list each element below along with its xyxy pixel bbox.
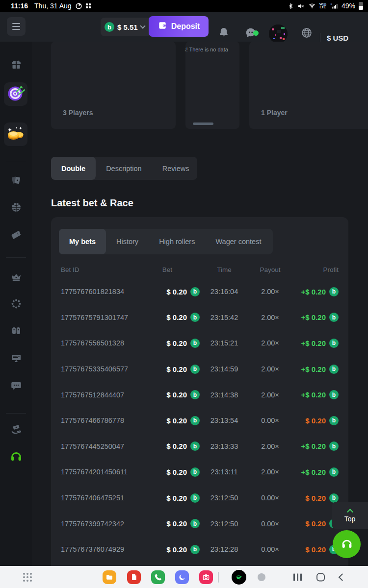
bet-time: 23:16:04 [200, 288, 249, 295]
table-row[interactable]: 17757675335406577 $ 0.20b 23:14:59 2.00×… [61, 356, 339, 382]
lottery-ticket-icon[interactable] [0, 228, 32, 240]
tab-reviews[interactable]: Reviews [152, 157, 200, 180]
bell-icon[interactable] [218, 26, 230, 40]
table-row[interactable]: 1775767512844407 $ 0.20b 23:14:38 2.00× … [61, 382, 339, 408]
menu-button[interactable] [7, 17, 26, 36]
gallery-app-icon[interactable] [199, 570, 213, 584]
recents-icon[interactable] [293, 573, 302, 581]
currency-selector[interactable]: $ USD [327, 34, 348, 42]
table-row[interactable]: 1775767376074929 $ 0.20b 23:12:28 0.00× … [61, 537, 339, 563]
col-payout: Payout [249, 266, 291, 273]
coin-icon: b [190, 519, 200, 528]
bet-amount: $ 0.20b [142, 493, 200, 503]
bet-id: 1775767466786778 [61, 416, 138, 424]
section-title: Latest bet & Race [51, 197, 133, 209]
deposit-button[interactable]: Deposit [149, 16, 209, 37]
players-count: 1 Player [261, 109, 288, 117]
support-fab[interactable] [333, 530, 361, 558]
table-row[interactable]: 1775767406475251 $ 0.20b 23:12:50 0.00× … [61, 485, 339, 511]
top-nav: b $ 5.51 Deposit $ USD [0, 12, 368, 42]
table-row[interactable]: 17757674201450611 $ 0.20b 23:13:11 2.00×… [61, 459, 339, 485]
bet-id: 17757675335406577 [61, 365, 138, 373]
bonus-ring-icon[interactable] [0, 298, 32, 310]
tab-high-rollers[interactable]: High rollers [149, 229, 205, 254]
notification-dots-icon [86, 3, 91, 8]
bet-id: 1775767406475251 [61, 494, 138, 502]
bet-id: 1775767556501328 [61, 339, 138, 347]
android-status-bar: 11:16 Thu, 31 Aug Vo)))LTE R 49% [0, 0, 368, 12]
globe-icon[interactable] [300, 26, 313, 41]
sidebar-item-double-game[interactable] [4, 82, 27, 106]
bet-time: 23:14:38 [200, 391, 249, 399]
bet-id: 1775767376074929 [61, 545, 138, 553]
bet-payout: 0.00× [249, 545, 291, 553]
gift-icon[interactable] [0, 58, 32, 70]
bet-amount: $ 0.20b [142, 519, 200, 528]
support-headphones-icon[interactable] [0, 450, 32, 463]
bet-amount: $ 0.20b [142, 287, 200, 296]
recent-app-icon[interactable] [258, 573, 265, 581]
scrollbar-thumb[interactable] [193, 122, 213, 125]
table-row[interactable]: 1775767466786778 $ 0.20b 23:13:54 0.00× … [61, 408, 339, 434]
casino-cards-icon[interactable] [0, 174, 32, 186]
bet-amount: $ 0.20b [142, 441, 200, 451]
desktop-monitor-icon[interactable] [0, 352, 32, 364]
balance-selector[interactable]: b $ 5.51 [101, 18, 151, 36]
bet-profit: $ 0.20b [291, 493, 339, 503]
sidebar-item-coins[interactable] [4, 122, 27, 146]
bet-profit: +$ 0.20b [291, 441, 339, 451]
bet-time: 23:14:59 [200, 365, 249, 373]
bet-profit: +$ 0.20b [291, 365, 339, 374]
notes-app-icon[interactable] [127, 570, 141, 584]
avatar[interactable] [269, 24, 288, 43]
table-row[interactable]: 1775767556501328 $ 0.20b 23:15:21 2.00× … [61, 330, 339, 356]
table-row[interactable]: 1775767445250047 $ 0.20b 23:13:33 2.00× … [61, 434, 339, 460]
scroll-to-top-button[interactable]: Top [332, 502, 368, 529]
coin-icon: b [329, 467, 339, 477]
bet-amount: $ 0.20b [142, 390, 200, 399]
internet-app-icon[interactable] [175, 570, 189, 584]
top-label: Top [344, 515, 356, 523]
table-row[interactable]: 1775767601821834 $ 0.20b 23:16:04 2.00× … [61, 279, 339, 305]
bet-profit: +$ 0.20b [291, 287, 339, 296]
tab-description[interactable]: Description [96, 157, 152, 180]
affiliate-users-icon[interactable] [0, 325, 32, 337]
screen: 11:16 Thu, 31 Aug Vo)))LTE R 49% [0, 0, 368, 588]
bet-time: 23:12:50 [200, 494, 249, 502]
svg-text:R: R [331, 3, 332, 5]
bet-profit: $ 0.20b [291, 545, 339, 554]
table-row[interactable]: 1775767399742342 $ 0.20b 23:12:50 0.00× … [61, 511, 339, 537]
chat-room-icon[interactable] [0, 380, 32, 392]
bet-time: 23:13:11 [200, 468, 249, 476]
taskbar-divider [218, 572, 219, 583]
bet-time: 23:12:50 [200, 520, 249, 528]
tab-history[interactable]: History [106, 229, 149, 254]
coin-icon: b [329, 287, 339, 296]
chat-icon[interactable] [244, 32, 257, 41]
back-icon[interactable] [339, 573, 346, 581]
coin-icon: b [190, 467, 200, 477]
tab-double[interactable]: Double [51, 157, 96, 180]
bet-amount: $ 0.20b [142, 365, 200, 374]
crown-vip-icon[interactable] [0, 271, 32, 283]
game-panel-middle: s! There is no data [185, 42, 239, 129]
tab-wager-contest[interactable]: Wager contest [205, 229, 271, 254]
bet-time: 23:15:21 [200, 339, 249, 347]
cashback-hand-icon[interactable] [0, 424, 32, 436]
folder-app-icon[interactable] [103, 570, 116, 584]
tab-my-bets[interactable]: My bets [59, 229, 106, 254]
coin-icon: b [190, 313, 200, 322]
coin-icon: b [190, 390, 200, 399]
gold-coins-icon [6, 123, 26, 145]
home-icon[interactable] [316, 573, 325, 581]
deposit-label: Deposit [171, 22, 200, 31]
bet-profit: +$ 0.20b [291, 390, 339, 399]
table-header: Bet ID Bet Time Payout Profit [61, 260, 339, 279]
phone-app-icon[interactable] [151, 570, 165, 584]
table-row[interactable]: 17757675791301747 $ 0.20b 23:15:42 2.00×… [61, 305, 339, 331]
spotify-app-icon[interactable] [232, 570, 246, 585]
bets-table-body: 1775767601821834 $ 0.20b 23:16:04 2.00× … [61, 279, 339, 563]
basketball-icon[interactable] [0, 201, 32, 213]
coin-icon: b [329, 390, 339, 399]
app-drawer-icon[interactable] [23, 573, 32, 582]
